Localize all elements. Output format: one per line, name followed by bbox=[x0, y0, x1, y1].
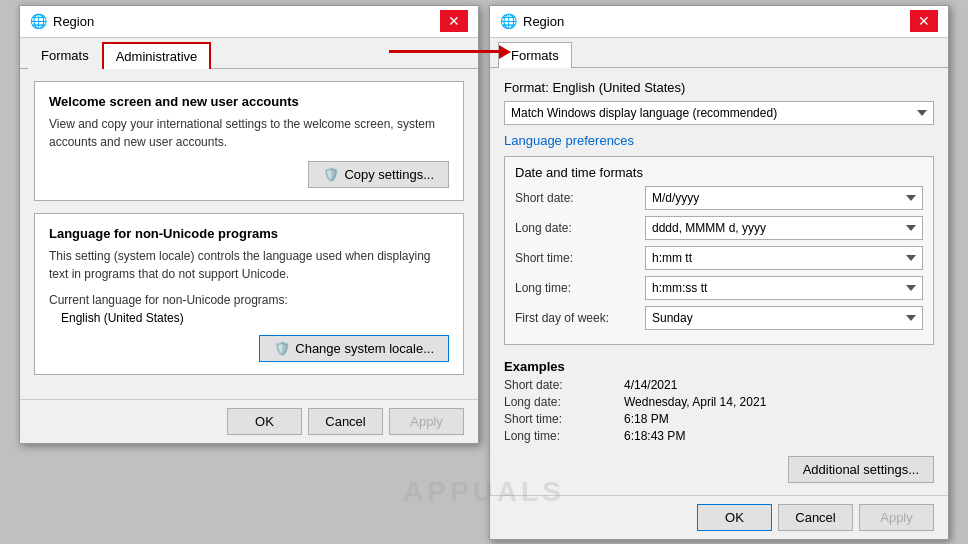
shield-icon-locale: 🛡️ bbox=[274, 341, 290, 356]
change-system-locale-button[interactable]: 🛡️ Change system locale... bbox=[259, 335, 449, 362]
dt-label: Long date: bbox=[515, 221, 645, 235]
right-cancel-button[interactable]: Cancel bbox=[778, 504, 853, 531]
example-value: 6:18 PM bbox=[624, 412, 669, 426]
tab-administrative[interactable]: Administrative bbox=[102, 42, 212, 69]
date-time-title: Date and time formats bbox=[515, 165, 923, 180]
dt-select[interactable]: h:mm:ss tt bbox=[645, 276, 923, 300]
example-label: Short time: bbox=[504, 412, 624, 426]
examples-title: Examples bbox=[504, 359, 934, 374]
language-description: This setting (system locale) controls th… bbox=[49, 247, 449, 283]
example-label: Long time: bbox=[504, 429, 624, 443]
dt-select[interactable]: M/d/yyyy bbox=[645, 186, 923, 210]
left-window-icon: 🌐 bbox=[30, 13, 47, 29]
dt-select[interactable]: dddd, MMMM d, yyyy bbox=[645, 216, 923, 240]
shield-icon-copy: 🛡️ bbox=[323, 167, 339, 182]
language-preferences-link[interactable]: Language preferences bbox=[504, 133, 934, 148]
date-time-row: First day of week: Sunday bbox=[515, 306, 923, 330]
dt-label: Long time: bbox=[515, 281, 645, 295]
date-time-section: Date and time formats Short date: M/d/yy… bbox=[504, 156, 934, 345]
additional-settings-button[interactable]: Additional settings... bbox=[788, 456, 934, 483]
left-ok-button[interactable]: OK bbox=[227, 408, 302, 435]
language-section: Language for non-Unicode programs This s… bbox=[34, 213, 464, 375]
left-cancel-button[interactable]: Cancel bbox=[308, 408, 383, 435]
dt-label: Short time: bbox=[515, 251, 645, 265]
example-label: Short date: bbox=[504, 378, 624, 392]
examples-section: Examples Short date: 4/14/2021 Long date… bbox=[504, 355, 934, 450]
date-time-row: Long time: h:mm:ss tt bbox=[515, 276, 923, 300]
right-titlebar: 🌐 Region ✕ bbox=[490, 6, 948, 38]
current-lang-value: English (United States) bbox=[61, 311, 449, 325]
dt-label: First day of week: bbox=[515, 311, 645, 325]
right-region-dialog: 🌐 Region ✕ Formats Format: English (Unit… bbox=[489, 5, 949, 540]
welcome-title: Welcome screen and new user accounts bbox=[49, 94, 449, 109]
right-dialog-title: Region bbox=[523, 14, 564, 29]
left-apply-button[interactable]: Apply bbox=[389, 408, 464, 435]
example-value: 4/14/2021 bbox=[624, 378, 677, 392]
format-label: Format: English (United States) bbox=[504, 80, 934, 95]
example-row: Long date: Wednesday, April 14, 2021 bbox=[504, 395, 934, 409]
example-row: Short time: 6:18 PM bbox=[504, 412, 934, 426]
left-dialog-title: Region bbox=[53, 14, 94, 29]
right-ok-button[interactable]: OK bbox=[697, 504, 772, 531]
format-dropdown[interactable]: Match Windows display language (recommen… bbox=[504, 101, 934, 125]
current-lang-label: Current language for non-Unicode program… bbox=[49, 293, 449, 307]
example-row: Long time: 6:18:43 PM bbox=[504, 429, 934, 443]
dt-select[interactable]: h:mm tt bbox=[645, 246, 923, 270]
left-footer: OK Cancel Apply bbox=[20, 399, 478, 443]
date-time-row: Short time: h:mm tt bbox=[515, 246, 923, 270]
welcome-section: Welcome screen and new user accounts Vie… bbox=[34, 81, 464, 201]
copy-settings-button[interactable]: 🛡️ Copy settings... bbox=[308, 161, 449, 188]
arrow-annotation bbox=[389, 45, 511, 59]
left-region-dialog: 🌐 Region ✕ Formats Administrative Welcom… bbox=[19, 5, 479, 444]
welcome-description: View and copy your international setting… bbox=[49, 115, 449, 151]
right-apply-button[interactable]: Apply bbox=[859, 504, 934, 531]
example-value: 6:18:43 PM bbox=[624, 429, 685, 443]
right-footer: OK Cancel Apply bbox=[490, 495, 948, 539]
tab-formats-left[interactable]: Formats bbox=[28, 42, 102, 69]
date-time-row: Short date: M/d/yyyy bbox=[515, 186, 923, 210]
left-close-button[interactable]: ✕ bbox=[440, 10, 468, 32]
left-titlebar: 🌐 Region ✕ bbox=[20, 6, 478, 38]
dt-label: Short date: bbox=[515, 191, 645, 205]
date-time-row: Long date: dddd, MMMM d, yyyy bbox=[515, 216, 923, 240]
dt-select[interactable]: Sunday bbox=[645, 306, 923, 330]
example-label: Long date: bbox=[504, 395, 624, 409]
right-content: Format: English (United States) Match Wi… bbox=[490, 68, 948, 495]
language-title: Language for non-Unicode programs bbox=[49, 226, 449, 241]
right-close-button[interactable]: ✕ bbox=[910, 10, 938, 32]
example-value: Wednesday, April 14, 2021 bbox=[624, 395, 766, 409]
example-row: Short date: 4/14/2021 bbox=[504, 378, 934, 392]
right-window-icon: 🌐 bbox=[500, 13, 517, 29]
left-content: Welcome screen and new user accounts Vie… bbox=[20, 69, 478, 399]
right-tabs: Formats bbox=[490, 38, 948, 68]
